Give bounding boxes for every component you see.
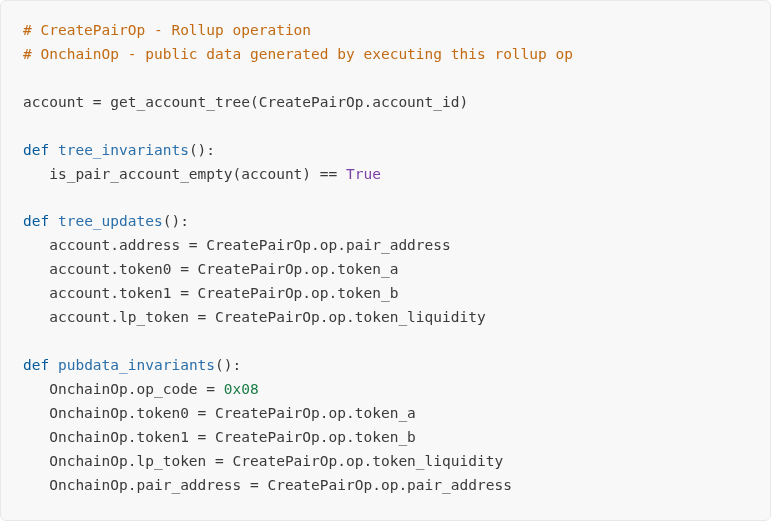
code-statement: account = get_account_tree(CreatePairOp.… <box>23 94 468 110</box>
code-statement: OnchainOp.lp_token = CreatePairOp.op.tok… <box>23 453 503 469</box>
hex-literal: 0x08 <box>224 381 259 397</box>
code-block: # CreatePairOp - Rollup operation # Onch… <box>0 0 771 521</box>
code-statement: OnchainOp.token0 = CreatePairOp.op.token… <box>23 405 416 421</box>
keyword-def: def <box>23 142 49 158</box>
code-statement: account.token0 = CreatePairOp.op.token_a <box>23 261 398 277</box>
keyword-def: def <box>23 213 49 229</box>
code-statement: account.lp_token = CreatePairOp.op.token… <box>23 309 486 325</box>
code-statement: OnchainOp.pair_address = CreatePairOp.op… <box>23 477 512 493</box>
function-name: pubdata_invariants <box>58 357 215 373</box>
function-name: tree_invariants <box>58 142 189 158</box>
function-name: tree_updates <box>58 213 163 229</box>
code-statement: account.token1 = CreatePairOp.op.token_b <box>23 285 398 301</box>
parens: (): <box>189 142 215 158</box>
code-statement: is_pair_account_empty(account) == <box>23 166 346 182</box>
code-statement: OnchainOp.token1 = CreatePairOp.op.token… <box>23 429 416 445</box>
code-statement: OnchainOp.op_code = <box>23 381 224 397</box>
code-comment: # OnchainOp - public data generated by e… <box>23 46 573 62</box>
keyword-def: def <box>23 357 49 373</box>
parens: (): <box>215 357 241 373</box>
code-comment: # CreatePairOp - Rollup operation <box>23 22 311 38</box>
bool-const: True <box>346 166 381 182</box>
parens: (): <box>163 213 189 229</box>
code-statement: account.address = CreatePairOp.op.pair_a… <box>23 237 451 253</box>
